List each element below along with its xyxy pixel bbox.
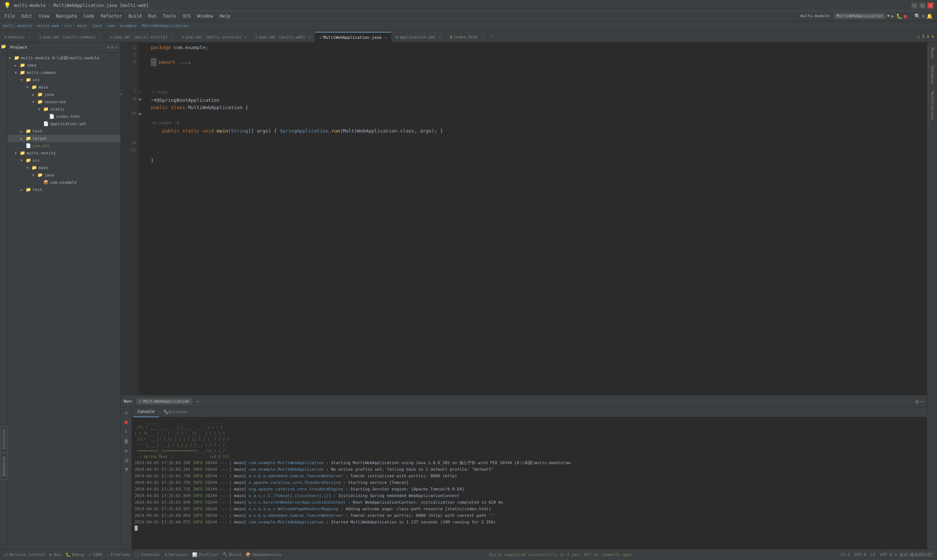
- run-config-selector[interactable]: MultiWebApplication: [834, 13, 886, 19]
- tab-multiwebapp[interactable]: J MultiWebApplication.java ✕: [315, 32, 391, 42]
- menu-item-view[interactable]: View: [36, 12, 52, 20]
- tab-pom-web[interactable]: m pom.xml (multi-web) ✕: [251, 32, 315, 42]
- statusbar-services[interactable]: ⚙ Services: [165, 552, 188, 557]
- menu-item-navigate[interactable]: Navigate: [53, 12, 80, 20]
- search-icon[interactable]: 🔍: [914, 13, 920, 19]
- tree-item-src-entity[interactable]: ▼ 📁 src: [7, 157, 120, 164]
- nav-java[interactable]: java: [92, 23, 102, 28]
- tree-item-resources-common[interactable]: ▼ 📁 resources: [7, 98, 120, 105]
- nav-src[interactable]: src: [65, 23, 72, 28]
- run-gutter-8[interactable]: ▶: [139, 95, 146, 103]
- menu-item-file[interactable]: File: [2, 12, 18, 20]
- tree-item-indexhtml[interactable]: ▶ 📄 index.html: [7, 113, 120, 120]
- statusbar-build[interactable]: 🔨 Build: [223, 552, 241, 557]
- sidebar-close-icon[interactable]: ✕: [115, 45, 117, 50]
- tree-item-idea[interactable]: ▶ 📁 idea: [7, 62, 120, 69]
- tree-item-src-common[interactable]: ▼ 📁 src: [7, 76, 120, 83]
- nav-com[interactable]: com: [107, 23, 115, 28]
- debug-button[interactable]: 🐛: [896, 13, 902, 19]
- scroll-end-button[interactable]: ⬇: [122, 428, 130, 435]
- tab-notifications[interactable]: Notifications: [929, 88, 936, 124]
- menu-item-tools[interactable]: Tools: [160, 12, 179, 20]
- run-gutter-10[interactable]: ▶: [139, 110, 146, 117]
- statusbar-git[interactable]: ⎇ Version Control: [3, 552, 45, 557]
- tree-item-test-entity[interactable]: ▶ 📁 test: [7, 186, 120, 193]
- statusbar-problems[interactable]: ⚠ Problems: [106, 552, 130, 557]
- run-settings-icon[interactable]: ⚙: [915, 398, 919, 405]
- tab-bookmarks[interactable]: Bookmarks: [0, 453, 8, 480]
- tab-close-module[interactable]: ✕: [28, 35, 30, 39]
- statusbar-debug[interactable]: 🐛 Debug: [66, 552, 84, 557]
- console-output[interactable]: . ____ _ __ _ _ /\\ / ___'_ __ _ _(_)_ _…: [132, 417, 927, 549]
- menu-item-code[interactable]: Code: [81, 12, 97, 20]
- run-filter-button[interactable]: ⧩: [122, 466, 130, 474]
- tab-close-pom-service[interactable]: ✕: [244, 35, 246, 39]
- import-collapse-icon[interactable]: -: [151, 58, 157, 66]
- tab-indexhtml[interactable]: h index.html ✕: [446, 32, 488, 42]
- tab-close-appyml[interactable]: ✕: [439, 35, 441, 39]
- statusbar-terminal[interactable]: ⬛ Terminal: [134, 552, 160, 557]
- menu-item-run[interactable]: Run: [145, 12, 159, 20]
- fold-button[interactable]: ≡: [122, 446, 130, 455]
- menu-item-window[interactable]: Window: [194, 12, 216, 20]
- tree-item-multi-common[interactable]: ▼ 📁 multi-common: [7, 69, 120, 76]
- tree-root[interactable]: ▼ 📁 multi-module D:\卓圆\multi-module: [7, 54, 120, 62]
- settings-icon[interactable]: ⚙: [922, 13, 925, 19]
- statusbar-dependencies[interactable]: 📦 Dependencies: [246, 552, 281, 557]
- code-editor-content[interactable]: package com.example; - import ...;: [146, 43, 927, 395]
- tab-close-pom-common[interactable]: ✕: [99, 35, 102, 39]
- tree-item-static[interactable]: ▼ 📁 static: [7, 105, 120, 113]
- sidebar-collapse-icon[interactable]: ⊟: [111, 45, 114, 50]
- tab-pom-service[interactable]: m pom.xml (multi-service) ✕: [177, 32, 251, 42]
- sidebar-settings-icon[interactable]: ⚙: [107, 45, 110, 50]
- tab-module[interactable]: m module) ✕: [0, 32, 35, 42]
- notifications-icon[interactable]: 🔔: [926, 13, 932, 19]
- tab-close-pom-web[interactable]: ✕: [308, 35, 310, 39]
- tree-item-main-common[interactable]: ▼ 📁 main: [7, 83, 120, 91]
- tree-item-multi-entity[interactable]: ▼ 📁 multi-entity: [7, 149, 120, 157]
- tab-pom-common[interactable]: m pom.xml (multi-common) ✕: [35, 32, 106, 42]
- close-button[interactable]: ✕: [928, 3, 933, 8]
- run-tab-close[interactable]: ✕: [197, 399, 199, 404]
- tab-close-pom-entity[interactable]: ✕: [171, 35, 173, 39]
- run-button[interactable]: ▶: [891, 12, 894, 19]
- line-separator[interactable]: LF: [871, 552, 875, 557]
- statusbar-profiler[interactable]: 📊 Profiler: [192, 552, 218, 557]
- run-minimize-icon[interactable]: ─: [921, 398, 924, 405]
- tree-item-java-entity[interactable]: ▼ 📁 java: [7, 171, 120, 178]
- statusbar-todo[interactable]: ☑ TODO: [89, 552, 102, 557]
- tree-item-java-common[interactable]: ▶ 📁 java: [7, 91, 120, 98]
- tab-close-multiwebapp[interactable]: ✕: [384, 35, 386, 40]
- tab-database[interactable]: Database: [929, 63, 936, 88]
- run-config-arrow[interactable]: ▼: [887, 14, 890, 18]
- tabs-overflow[interactable]: ›: [488, 34, 495, 39]
- run-config-display[interactable]: ▶ MultiWebApplication: [137, 398, 192, 405]
- tab-maven[interactable]: Maven: [929, 44, 936, 62]
- tree-item-appyml[interactable]: ▶ 📄 application.yml: [7, 120, 120, 128]
- print-button[interactable]: 🖨: [122, 456, 130, 464]
- stop-button[interactable]: ■: [122, 418, 130, 426]
- tree-item-pomxml-common[interactable]: ▶ 📄 pom.xml: [7, 142, 120, 149]
- run-gutter-7[interactable]: ⚡: [139, 88, 146, 95]
- stop-button[interactable]: ■: [904, 13, 906, 19]
- tree-item-target-common[interactable]: ▶ 📁 target: [7, 135, 120, 142]
- minimize-button[interactable]: ─: [911, 3, 917, 8]
- tree-item-comexample-entity[interactable]: ▶ 📦 com.example: [7, 178, 120, 186]
- nav-multi-module[interactable]: multi-module: [3, 23, 32, 28]
- console-tab-actuator[interactable]: 🔧 Actuator: [159, 407, 192, 417]
- tree-item-test-common[interactable]: ▶ 📁 test: [7, 128, 120, 135]
- project-sidebar-toggle[interactable]: 📁: [1, 44, 6, 49]
- maximize-button[interactable]: □: [919, 3, 925, 8]
- console-tab-console[interactable]: Console: [133, 407, 159, 417]
- tab-close-indexhtml[interactable]: ✕: [481, 35, 483, 39]
- nav-main[interactable]: main: [77, 23, 87, 28]
- menu-item-help[interactable]: Help: [217, 12, 233, 20]
- menu-item-edit[interactable]: Edit: [18, 12, 35, 20]
- nav-multiwebapp[interactable]: MultiWebApplication: [142, 23, 189, 28]
- menu-item-vcs[interactable]: VCS: [180, 12, 194, 20]
- statusbar-run[interactable]: ▶ Run: [50, 552, 61, 557]
- nav-multi-web[interactable]: multi-web: [37, 23, 59, 28]
- clear-button[interactable]: 🗑: [122, 437, 130, 445]
- encoding-status[interactable]: UTF-8: [854, 552, 866, 557]
- rerun-button[interactable]: ↺: [122, 408, 130, 417]
